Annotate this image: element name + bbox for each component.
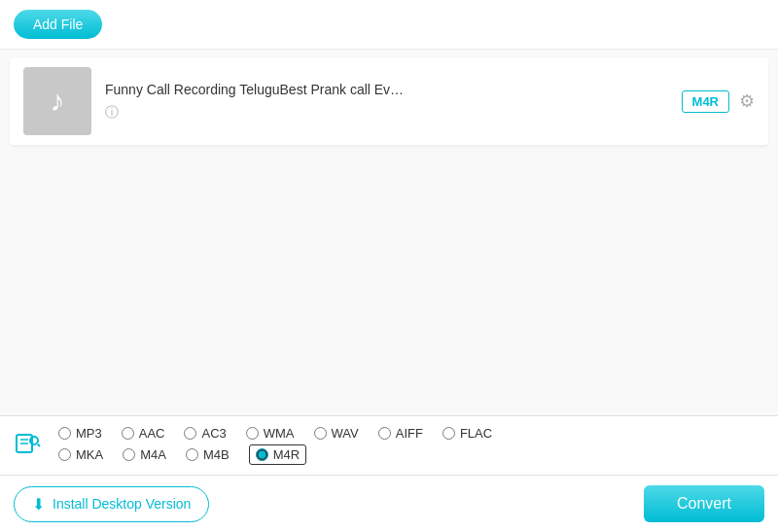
format-option-wav[interactable]: WAV [314, 426, 359, 441]
file-list: ♪ Funny Call Recording TeluguBest Prank … [0, 50, 778, 415]
format-badge[interactable]: M4R [682, 90, 729, 113]
file-thumbnail: ♪ [23, 67, 91, 135]
format-option-aac[interactable]: AAC [122, 426, 165, 441]
audio-format-icon [14, 429, 41, 462]
convert-button[interactable]: Convert [644, 485, 764, 522]
bottom-bar: ⬇ Install Desktop Version Convert [0, 475, 778, 532]
file-name: Funny Call Recording TeluguBest Prank ca… [105, 82, 668, 97]
file-actions: M4R ⚙ [682, 90, 755, 113]
download-icon: ⬇ [32, 495, 45, 514]
add-file-button[interactable]: Add File [14, 10, 102, 39]
settings-icon[interactable]: ⚙ [739, 90, 755, 112]
format-bar: MP3 AAC AC3 WMA WAV AIFF FLAC [0, 415, 778, 475]
format-option-m4r[interactable]: M4R [249, 444, 306, 465]
install-desktop-button[interactable]: ⬇ Install Desktop Version [14, 486, 209, 522]
format-option-mp3[interactable]: MP3 [58, 426, 102, 441]
format-option-mka[interactable]: MKA [58, 447, 103, 462]
format-option-aiff[interactable]: AIFF [378, 426, 423, 441]
format-option-m4b[interactable]: M4B [186, 447, 230, 462]
info-icon[interactable]: ⓘ [105, 104, 119, 120]
file-item: ♪ Funny Call Recording TeluguBest Prank … [10, 57, 768, 146]
format-row-1: MP3 AAC AC3 WMA WAV AIFF FLAC [58, 426, 764, 441]
format-option-ac3[interactable]: AC3 [184, 426, 226, 441]
install-label: Install Desktop Version [53, 496, 191, 512]
format-row-2: MKA M4A M4B M4R [58, 444, 764, 465]
music-icon: ♪ [51, 85, 65, 118]
format-option-wma[interactable]: WMA [246, 426, 295, 441]
format-option-flac[interactable]: FLAC [442, 426, 492, 441]
svg-line-4 [38, 444, 40, 446]
format-option-m4a[interactable]: M4A [123, 447, 166, 462]
file-info: Funny Call Recording TeluguBest Prank ca… [91, 82, 682, 122]
toolbar: Add File [0, 0, 778, 50]
format-options: MP3 AAC AC3 WMA WAV AIFF FLAC [58, 426, 764, 465]
